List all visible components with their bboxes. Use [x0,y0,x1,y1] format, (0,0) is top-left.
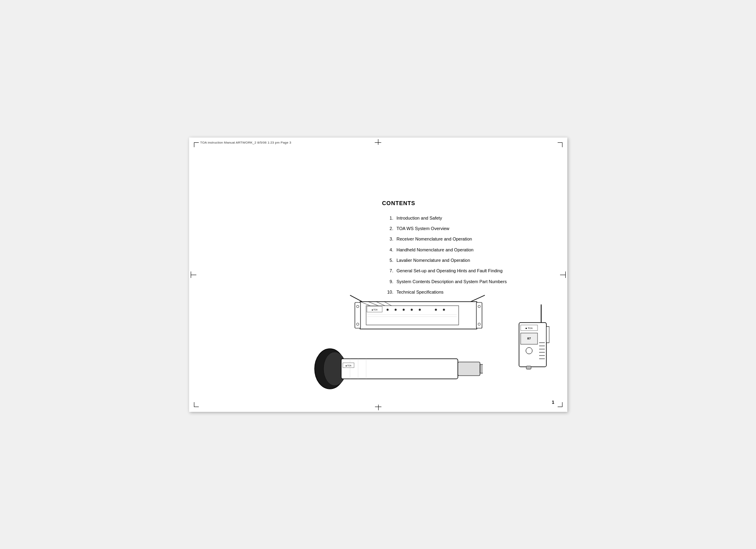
svg-point-24 [478,323,480,325]
svg-line-1 [471,295,485,302]
illustration-area: ■ TOA ✱ ✱ ✱ ✱ ✱ ✱ ✱ [314,294,551,399]
svg-rect-33 [458,362,480,376]
header-text: TOA instruction Manual ARTWORK_2 8/5/06 … [200,141,291,144]
contents-section: CONTENTS 1. Introduction and Safety 2. T… [382,200,551,300]
list-item: 2. TOA WS System Overview [382,226,551,232]
list-item: 1. Introduction and Safety [382,215,551,221]
svg-text:✱: ✱ [402,308,405,312]
item-label: Lavalier Nomenclature and Operation [397,257,470,263]
svg-point-47 [526,347,532,354]
reg-mark-bottom-left [194,399,202,407]
svg-text:✱: ✱ [386,308,389,312]
svg-point-21 [356,323,359,325]
item-number: 9. [382,279,393,285]
item-number: 3. [382,236,393,242]
item-number: 1. [382,215,393,221]
svg-text:✱: ✱ [394,308,397,312]
item-label: Introduction and Safety [397,215,442,221]
svg-rect-48 [526,366,531,369]
svg-line-0 [350,295,362,302]
item-label: TOA WS System Overview [397,226,449,232]
page: TOA instruction Manual ARTWORK_2 8/5/06 … [189,138,567,412]
receiver-illustration: ■ TOA ✱ ✱ ✱ ✱ ✱ ✱ ✱ [338,294,511,351]
item-number: 2. [382,226,393,232]
handheld-illustration: ■ TOA [314,347,483,391]
svg-text:87: 87 [527,337,531,340]
contents-title: CONTENTS [382,200,551,206]
list-item: 4. Handheld Nomenclature and Operation [382,247,551,253]
svg-point-23 [478,305,480,308]
page-number: 1 [552,400,554,405]
svg-text:✱: ✱ [418,308,421,312]
svg-rect-51 [546,327,549,343]
svg-text:■ TOA: ■ TOA [371,308,377,311]
item-number: 5. [382,257,393,263]
list-item: 7. General Set-up and Operating Hints an… [382,268,551,274]
item-number: 4. [382,247,393,253]
svg-text:✱: ✱ [435,308,437,312]
list-item: 3. Receiver Nomenclature and Operation [382,236,551,242]
reg-mark-bottom-right [554,399,562,407]
svg-text:✱: ✱ [410,308,413,312]
svg-text:✱: ✱ [443,308,445,312]
item-label: Handheld Nomenclature and Operation [397,247,474,253]
item-label: System Contents Description and System P… [397,279,507,285]
list-item: 9. System Contents Description and Syste… [382,279,551,285]
contents-list: 1. Introduction and Safety 2. TOA WS Sys… [382,215,551,296]
svg-text:■ TOA: ■ TOA [525,327,532,329]
svg-text:■ TOA: ■ TOA [345,364,351,367]
crosshair-top [378,138,378,146]
svg-rect-27 [341,359,458,379]
bodypack-illustration: ■ TOA 87 [515,302,551,383]
item-number: 7. [382,268,393,274]
item-label: Receiver Nomenclature and Operation [397,236,472,242]
item-label: General Set-up and Operating Hints and F… [397,268,503,274]
list-item: 5. Lavalier Nomenclature and Operation [382,257,551,263]
svg-point-20 [356,305,359,308]
svg-rect-34 [480,364,483,373]
reg-mark-top-right [554,142,562,150]
